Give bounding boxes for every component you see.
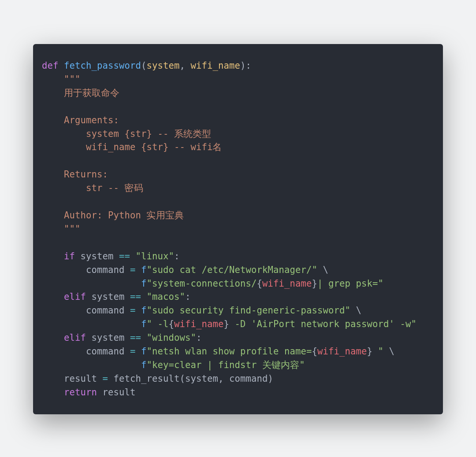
code-line: Returns:	[42, 169, 108, 180]
code-line: result = fetch_result(system, command)	[42, 373, 273, 384]
code-line: """	[42, 74, 81, 85]
code-line: wifi_name {str} -- wifi名	[42, 142, 222, 152]
code-card: def fetch_password(system, wifi_name): "…	[33, 44, 443, 414]
code-line: f" -l{wifi_name} -D 'AirPort network pas…	[42, 319, 416, 329]
code-line: if system == "linux":	[42, 251, 180, 262]
code-line: system {str} -- 系统类型	[42, 129, 211, 139]
code-line: """	[42, 224, 81, 234]
code-line: 用于获取命令	[42, 88, 120, 98]
code-line: f"key=clear | findstr 关键内容"	[42, 360, 305, 370]
code-line: str -- 密码	[42, 183, 143, 193]
code-line: def fetch_password(system, wifi_name):	[42, 60, 251, 71]
code-line: Author: Python 实用宝典	[42, 210, 184, 221]
code-block: def fetch_password(system, wifi_name): "…	[42, 59, 434, 399]
code-line: command = f"sudo security find-generic-p…	[42, 305, 361, 316]
code-line: elif system == "macos":	[42, 291, 191, 302]
code-line: elif system == "windows":	[42, 332, 202, 343]
code-line: command = f"netsh wlan show profile name…	[42, 346, 394, 357]
code-line: command = f"sudo cat /etc/NetworkManager…	[42, 265, 328, 275]
code-line: return result	[42, 387, 136, 398]
code-line: f"system-connections/{wifi_name}| grep p…	[42, 278, 383, 289]
page-canvas: def fetch_password(system, wifi_name): "…	[0, 0, 476, 457]
code-line: Arguments:	[42, 115, 119, 125]
